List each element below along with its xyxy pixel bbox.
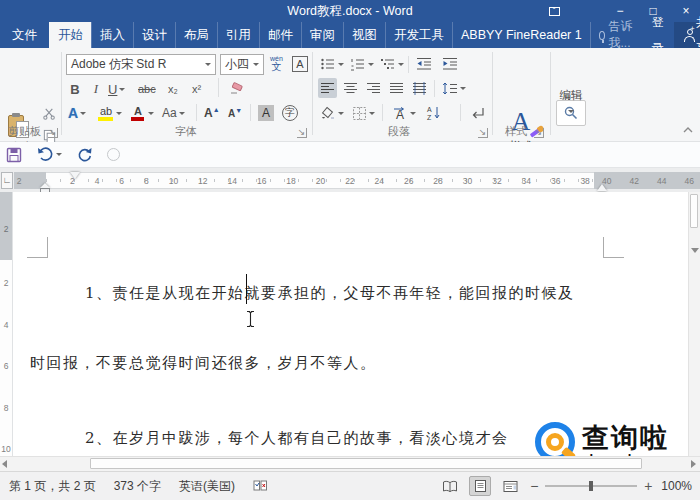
shading-button[interactable] [318, 103, 346, 123]
redo-icon [76, 147, 93, 163]
first-line-indent-marker[interactable] [70, 172, 80, 179]
tab-insert[interactable]: 插入 [91, 22, 133, 48]
align-center-icon [343, 82, 358, 95]
scroll-left-arrow-icon[interactable] [2, 460, 7, 468]
clear-formatting-button[interactable] [226, 79, 246, 99]
tab-layout[interactable]: 布局 [175, 22, 217, 48]
proofing-status-button[interactable] [244, 479, 277, 493]
font-color-button[interactable]: A [128, 103, 156, 123]
tab-abbyy[interactable]: ABBYY FineReader 1 [452, 22, 590, 48]
zoom-out-button[interactable]: − [529, 478, 539, 494]
numbering-button[interactable] [348, 54, 376, 74]
tab-review[interactable]: 审阅 [301, 22, 343, 48]
tab-view[interactable]: 视图 [343, 22, 385, 48]
change-case-button[interactable]: Aa [160, 103, 187, 123]
highlight-color-button[interactable]: ab [96, 103, 124, 123]
tab-references[interactable]: 引用 [217, 22, 259, 48]
align-left-button[interactable] [318, 78, 337, 98]
underline-button[interactable]: U [106, 79, 127, 99]
word-count[interactable]: 373 个字 [105, 478, 170, 495]
text-effects-button[interactable]: A [66, 103, 88, 123]
show-marks-button[interactable] [468, 103, 488, 123]
scroll-right-arrow-icon[interactable] [691, 460, 696, 468]
right-indent-marker[interactable] [597, 184, 607, 191]
multilevel-caret [398, 63, 404, 66]
ruler-number: 46 [685, 176, 694, 186]
font-color-caret [148, 112, 154, 115]
bullets-caret [338, 63, 344, 66]
character-shading-button[interactable]: A [256, 103, 276, 123]
ruler-number: 42 [630, 176, 639, 186]
subscript-button[interactable]: x₂ [166, 79, 180, 99]
page-indicator[interactable]: 第 1 页，共 2 页 [0, 478, 105, 495]
bold-button[interactable]: B [66, 79, 84, 99]
tab-design[interactable]: 设计 [133, 22, 175, 48]
collapse-ribbon-button[interactable] [682, 126, 694, 134]
bullets-button[interactable] [318, 54, 346, 74]
asian-layout-button[interactable]: A [390, 103, 418, 123]
vertical-scrollbar-thumb[interactable] [690, 194, 698, 228]
tab-developer[interactable]: 开发工具 [385, 22, 452, 48]
zoom-slider[interactable] [545, 485, 637, 487]
redo-button[interactable] [76, 147, 93, 163]
tab-file[interactable]: 文件 [0, 22, 49, 48]
title-bar: Word教程.docx - Word ˆ − □ × [0, 0, 700, 22]
document-canvas[interactable]: 2 246810 1、责任是从现在开始就要承担的，父母不再年轻，能回报的时候及 … [0, 192, 700, 456]
ribbon-display-options-icon[interactable]: ˆ [540, 0, 568, 22]
cut-button[interactable] [38, 103, 60, 123]
ruler-right-numbers: 40424446 [602, 172, 694, 189]
multilevel-list-button[interactable] [378, 54, 406, 74]
tab-home[interactable]: 开始 [49, 22, 91, 48]
grow-font-button[interactable]: A▲ [202, 103, 222, 123]
distribute-button[interactable] [410, 78, 429, 98]
line-spacing-button[interactable] [440, 78, 468, 98]
undo-button[interactable] [36, 147, 62, 163]
zoom-level[interactable]: 100% [661, 479, 692, 493]
zoom-slider-handle[interactable] [589, 481, 593, 491]
document-text-line[interactable]: 2、在岁月中跋涉，每个人都有自己的故事，看淡心境才会 [85, 429, 509, 448]
enclose-characters-button[interactable]: 字 [280, 103, 300, 123]
borders-caret [369, 112, 375, 115]
ruler-number: 14 [228, 176, 237, 186]
superscript-button[interactable]: x² [190, 79, 203, 99]
phonetic-guide-button[interactable]: wén文 [268, 53, 285, 73]
language-indicator[interactable]: 英语(美国) [170, 478, 244, 495]
web-layout-button[interactable] [499, 476, 521, 496]
vertical-ruler[interactable]: 2 246810 [0, 192, 13, 456]
ruler-number: 18 [286, 176, 295, 186]
italic-button[interactable]: I [88, 79, 104, 99]
vertical-scrollbar[interactable] [688, 192, 700, 456]
clipboard-dialog-launcher[interactable]: ↘ [48, 128, 58, 138]
document-text-line[interactable]: 1、责任是从现在开始就要承担的，父母不再年轻，能回报的时候及 [85, 284, 575, 303]
justify-button[interactable] [387, 78, 406, 98]
scroll-down-arrow-icon[interactable] [691, 248, 699, 253]
styles-dialog-launcher[interactable]: ↘ [534, 128, 544, 138]
decrease-indent-button[interactable] [414, 54, 434, 74]
increase-indent-button[interactable] [440, 54, 460, 74]
print-layout-button[interactable] [469, 476, 491, 496]
shrink-font-button[interactable]: A▼ [226, 103, 244, 123]
share-button[interactable]: + 共享 [674, 22, 700, 48]
font-size-combobox[interactable]: 小四 [220, 54, 264, 75]
font-name-combobox[interactable]: Adobe 仿宋 Std R [66, 54, 216, 75]
strikethrough-button[interactable]: abc [136, 79, 158, 99]
read-mode-button[interactable] [439, 476, 461, 496]
sort-button[interactable]: A Z [424, 103, 444, 123]
share-person-icon: + [684, 29, 692, 42]
horizontal-ruler[interactable]: ∟ 2 2468101214161820222426283032343638 4… [0, 168, 700, 192]
zoom-in-button[interactable]: + [643, 478, 653, 494]
borders-button[interactable] [350, 103, 377, 123]
font-dialog-launcher[interactable]: ↘ [297, 128, 307, 138]
tab-mailings[interactable]: 邮件 [259, 22, 301, 48]
align-center-button[interactable] [341, 78, 360, 98]
horizontal-scrollbar-thumb[interactable] [90, 458, 642, 469]
editing-button[interactable]: 编辑 [552, 88, 590, 115]
align-right-button[interactable] [364, 78, 383, 98]
character-border-button[interactable]: A [290, 54, 310, 74]
save-button[interactable] [6, 147, 22, 163]
qat-circle-icon[interactable] [107, 148, 120, 161]
distribute-icon [412, 82, 427, 95]
paragraph-dialog-launcher[interactable]: ↘ [478, 128, 488, 138]
tell-me-box[interactable]: 告诉我... [590, 22, 642, 48]
document-text-line[interactable]: 时回报，不要总觉得时间还很多，岁月不等人。 [30, 354, 377, 373]
